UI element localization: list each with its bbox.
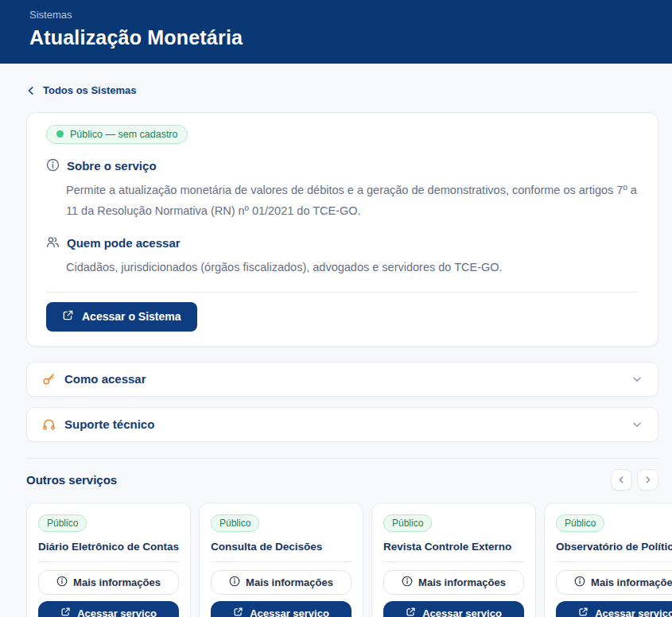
more-info-label: Mais informações xyxy=(591,576,672,588)
about-heading-label: Sobre o serviço xyxy=(67,159,157,173)
public-badge-label: Público xyxy=(565,518,596,529)
who-text: Cidadãos, jurisdicionados (órgãos fiscal… xyxy=(66,257,639,277)
who-section-heading: Quem pode acessar xyxy=(46,235,639,251)
more-info-label: Mais informações xyxy=(73,576,161,588)
accordion-how-to-access[interactable]: Como acessar xyxy=(26,362,658,397)
service-card-title: Observatório de Políticas xyxy=(556,541,672,553)
public-badge-label: Público xyxy=(219,518,251,529)
access-service-button[interactable]: Acessar serviço xyxy=(38,601,179,617)
public-badge: Público xyxy=(38,514,87,532)
service-card-title: Consulta de Decisões xyxy=(211,541,352,553)
external-link-icon xyxy=(578,607,588,617)
external-link-icon xyxy=(62,309,74,324)
key-icon xyxy=(42,372,56,386)
service-card-diario-eletronico: Público Diário Eletrônico de Contas Mais… xyxy=(26,503,191,617)
carousel-next-button[interactable] xyxy=(637,469,658,491)
page-title: Atualização Monetária xyxy=(29,26,672,49)
service-card-divider xyxy=(383,561,524,562)
access-service-button[interactable]: Acessar serviço xyxy=(211,601,352,617)
service-card-title: Revista Controle Externo xyxy=(383,541,524,553)
section-divider xyxy=(26,458,658,459)
chevron-down-icon xyxy=(631,419,643,430)
more-info-button[interactable]: Mais informações xyxy=(383,570,524,595)
public-badge-label: Público xyxy=(392,518,423,529)
about-section-heading: Sobre o serviço xyxy=(46,158,639,174)
service-card-title: Diário Eletrônico de Contas xyxy=(38,541,179,553)
access-service-label: Acessar serviço xyxy=(595,607,672,617)
card-divider xyxy=(46,292,639,293)
accordion-technical-support[interactable]: Suporte técnico xyxy=(26,407,658,442)
access-level-label: Público — sem cadastro xyxy=(70,129,177,140)
public-badge: Público xyxy=(556,514,604,532)
info-icon xyxy=(402,576,413,589)
access-service-label: Acessar serviço xyxy=(250,607,329,617)
accordion-label: Como acessar xyxy=(64,372,631,386)
access-level-badge: Público — sem cadastro xyxy=(46,125,188,144)
breadcrumb: Sistemas xyxy=(29,9,672,21)
service-card-divider xyxy=(38,561,179,562)
page-header: Sistemas Atualização Monetária xyxy=(0,0,672,64)
more-info-button[interactable]: Mais informações xyxy=(38,570,179,595)
service-card-observatorio: Público Observatório de Políticas Mais i… xyxy=(544,503,672,617)
service-card-divider xyxy=(211,561,352,562)
users-icon xyxy=(46,235,60,251)
service-card-revista-controle: Público Revista Controle Externo Mais in… xyxy=(371,503,536,617)
public-badge: Público xyxy=(211,514,259,532)
public-badge: Público xyxy=(383,514,432,532)
more-info-label: Mais informações xyxy=(246,576,333,588)
info-icon xyxy=(574,576,585,589)
accordion-label: Suporte técnico xyxy=(64,417,631,431)
more-info-button[interactable]: Mais informações xyxy=(211,570,352,595)
access-system-label: Acessar o Sistema xyxy=(82,310,181,323)
back-link-label: Todos os Sistemas xyxy=(43,84,137,96)
access-service-label: Acessar serviço xyxy=(77,607,157,617)
headphones-icon xyxy=(42,417,56,431)
chevron-down-icon xyxy=(631,374,643,385)
access-service-button[interactable]: Acessar serviço xyxy=(556,601,672,617)
service-card-divider xyxy=(556,561,672,562)
other-services-heading: Outros serviços xyxy=(26,473,606,487)
public-badge-label: Público xyxy=(47,518,78,529)
info-icon xyxy=(229,576,240,589)
who-heading-label: Quem pode acessar xyxy=(67,236,181,250)
back-to-systems-link[interactable]: Todos os Sistemas xyxy=(26,84,137,96)
access-system-button[interactable]: Acessar o Sistema xyxy=(46,302,197,332)
info-icon xyxy=(46,158,60,174)
external-link-icon xyxy=(406,607,416,617)
other-services-carousel: Público Diário Eletrônico de Contas Mais… xyxy=(26,503,672,617)
access-service-label: Acessar serviço xyxy=(422,607,502,617)
more-info-button[interactable]: Mais informações xyxy=(556,570,672,595)
external-link-icon xyxy=(60,607,71,617)
access-service-button[interactable]: Acessar serviço xyxy=(383,601,524,617)
service-detail-card: Público — sem cadastro Sobre o serviço P… xyxy=(26,112,658,347)
info-icon xyxy=(56,576,68,589)
about-text: Permite a atualização monetária de valor… xyxy=(66,180,639,221)
status-dot-icon xyxy=(56,130,64,138)
more-info-label: Mais informações xyxy=(418,576,506,588)
service-card-consulta-decisoes: Público Consulta de Decisões Mais inform… xyxy=(199,503,363,617)
carousel-prev-button[interactable] xyxy=(611,469,632,491)
chevron-left-icon xyxy=(26,86,36,95)
external-link-icon xyxy=(233,607,243,617)
